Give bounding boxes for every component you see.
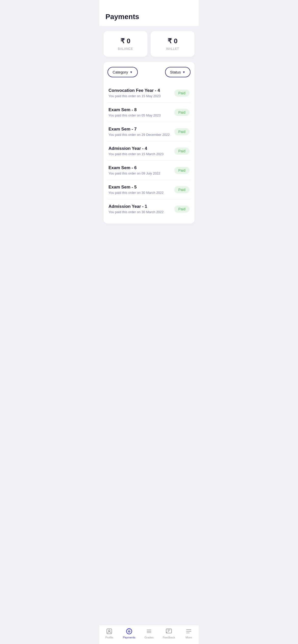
profile-nav-label: Profile (105, 636, 113, 639)
payment-name: Exam Sem - 8 (109, 107, 174, 112)
status-badge: Paid (174, 148, 189, 155)
payment-date: You paid this order on 29 December 2022 (109, 133, 174, 137)
feedback-icon (165, 628, 172, 635)
bottom-nav: Profile Payments Grades (99, 625, 199, 644)
payment-info: Admission Year - 4You paid this order on… (109, 146, 174, 156)
more-nav-label: More (185, 636, 192, 639)
profile-icon (106, 628, 113, 635)
grades-nav-label: Grades (144, 636, 154, 639)
payment-item[interactable]: Exam Sem - 8You paid this order on 05 Ma… (107, 103, 191, 122)
nav-payments[interactable]: Payments (119, 628, 139, 639)
payment-name: Admission Year - 1 (109, 204, 174, 209)
main-section: Category ▼ Status ▼ Convocation Fee Year… (103, 62, 195, 224)
payment-name: Convocation Fee Year - 4 (109, 88, 174, 93)
payment-info: Exam Sem - 5You paid this order on 30 Ma… (109, 185, 174, 195)
payment-name: Exam Sem - 7 (109, 127, 174, 132)
payment-info: Exam Sem - 6You paid this order on 09 Ju… (109, 165, 174, 175)
payment-name: Exam Sem - 6 (109, 165, 174, 170)
payments-icon (126, 628, 133, 635)
payment-item[interactable]: Admission Year - 1You paid this order on… (107, 199, 191, 218)
payment-date: You paid this order on 09 July 2022 (109, 171, 174, 175)
page-header: Payments (99, 0, 199, 26)
payments-list: Convocation Fee Year - 4You paid this or… (107, 83, 191, 218)
nav-grades[interactable]: Grades (139, 628, 159, 639)
payment-item[interactable]: Convocation Fee Year - 4You paid this or… (107, 83, 191, 103)
payments-nav-label: Payments (123, 636, 136, 639)
status-badge: Paid (174, 90, 189, 97)
payment-info: Convocation Fee Year - 4You paid this or… (109, 88, 174, 98)
payment-date: You paid this order on 15 March 2023 (109, 152, 174, 156)
payment-date: You paid this order on 15 May 2023 (109, 94, 174, 98)
category-filter-button[interactable]: Category ▼ (107, 67, 138, 77)
payment-name: Exam Sem - 5 (109, 185, 174, 190)
nav-more[interactable]: More (179, 628, 199, 639)
nav-profile[interactable]: Profile (99, 628, 119, 639)
wallet-card: ₹ 0 WALLET (151, 31, 195, 57)
status-badge: Paid (174, 128, 189, 135)
status-filter-button[interactable]: Status ▼ (165, 67, 191, 77)
status-badge: Paid (174, 186, 189, 193)
payment-item[interactable]: Exam Sem - 6You paid this order on 09 Ju… (107, 161, 191, 180)
payment-item[interactable]: Exam Sem - 7You paid this order on 29 De… (107, 122, 191, 141)
balance-section: ₹ 0 BALANCE ₹ 0 WALLET (99, 26, 199, 62)
status-filter-label: Status (170, 70, 181, 74)
payment-info: Exam Sem - 7You paid this order on 29 De… (109, 127, 174, 137)
filter-row: Category ▼ Status ▼ (107, 67, 191, 77)
balance-label: BALANCE (118, 47, 133, 51)
category-filter-label: Category (113, 70, 128, 74)
balance-amount: ₹ 0 (120, 37, 130, 45)
payment-name: Admission Year - 4 (109, 146, 174, 151)
payment-info: Admission Year - 1You paid this order on… (109, 204, 174, 214)
status-badge: Paid (174, 167, 189, 174)
status-badge: Paid (174, 109, 189, 116)
payment-item[interactable]: Admission Year - 4You paid this order on… (107, 141, 191, 161)
wallet-amount: ₹ 0 (168, 37, 178, 45)
page-title: Payments (105, 13, 193, 21)
payment-info: Exam Sem - 8You paid this order on 05 Ma… (109, 107, 174, 117)
nav-feedback[interactable]: Feedback (159, 628, 179, 639)
svg-point-1 (109, 630, 110, 632)
payment-item[interactable]: Exam Sem - 5You paid this order on 30 Ma… (107, 180, 191, 199)
grades-icon (145, 628, 153, 635)
payment-date: You paid this order on 30 March 2022 (109, 191, 174, 195)
status-badge: Paid (174, 206, 189, 213)
wallet-label: WALLET (166, 47, 179, 51)
balance-card: ₹ 0 BALANCE (103, 31, 147, 57)
more-icon (185, 628, 192, 635)
feedback-nav-label: Feedback (163, 636, 175, 639)
category-chevron-icon: ▼ (130, 70, 133, 74)
status-chevron-icon: ▼ (182, 70, 185, 74)
payment-date: You paid this order on 30 March 2022 (109, 210, 174, 214)
payment-date: You paid this order on 05 May 2023 (109, 113, 174, 117)
